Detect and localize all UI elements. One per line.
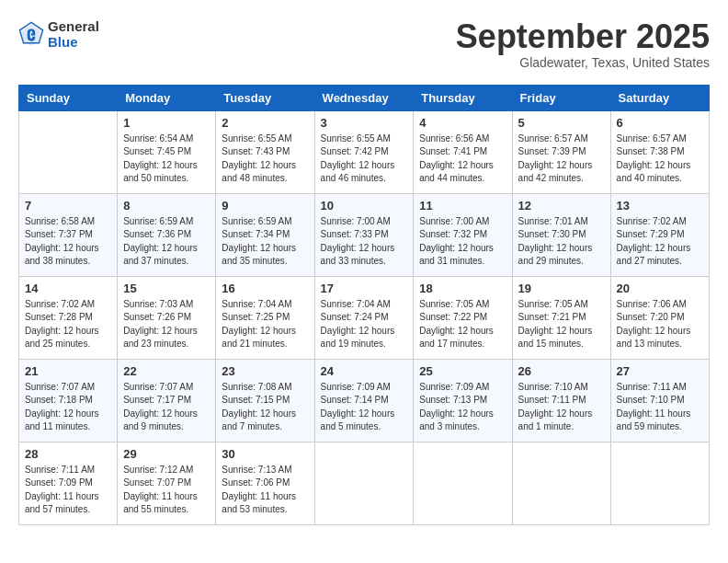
calendar-cell: 19Sunrise: 7:05 AMSunset: 7:21 PMDayligh… [512, 276, 610, 359]
calendar-cell [19, 110, 118, 193]
month-title: September 2025 [456, 18, 710, 55]
day-info: Sunrise: 7:09 AMSunset: 7:13 PMDaylight:… [419, 381, 506, 434]
calendar-cell: 9Sunrise: 6:59 AMSunset: 7:34 PMDaylight… [216, 193, 314, 276]
calendar-cell: 2Sunrise: 6:55 AMSunset: 7:43 PMDaylight… [216, 110, 314, 193]
calendar-table: SundayMondayTuesdayWednesdayThursdayFrid… [18, 85, 710, 525]
day-number: 17 [321, 282, 408, 295]
calendar-cell: 11Sunrise: 7:00 AMSunset: 7:32 PMDayligh… [414, 193, 512, 276]
day-info: Sunrise: 6:59 AMSunset: 7:34 PMDaylight:… [222, 215, 308, 269]
day-info: Sunrise: 7:11 AMSunset: 7:09 PMDaylight:… [25, 464, 111, 517]
day-info: Sunrise: 6:54 AMSunset: 7:45 PMDaylight:… [123, 132, 210, 186]
day-info: Sunrise: 7:05 AMSunset: 7:21 PMDaylight:… [518, 298, 605, 351]
calendar-cell [314, 442, 414, 524]
day-info: Sunrise: 6:59 AMSunset: 7:36 PMDaylight:… [123, 215, 210, 269]
col-header-sunday: Sunday [19, 85, 118, 110]
page-header: General Blue September 2025 Gladewater, … [18, 18, 710, 70]
calendar-cell: 13Sunrise: 7:02 AMSunset: 7:29 PMDayligh… [610, 193, 709, 276]
day-number: 18 [419, 282, 506, 295]
day-number: 7 [25, 199, 111, 213]
day-info: Sunrise: 7:05 AMSunset: 7:22 PMDaylight:… [419, 298, 506, 351]
calendar-cell: 30Sunrise: 7:13 AMSunset: 7:06 PMDayligh… [216, 442, 314, 524]
day-number: 27 [617, 364, 703, 378]
calendar-week-row: 21Sunrise: 7:07 AMSunset: 7:18 PMDayligh… [19, 359, 710, 442]
calendar-cell: 28Sunrise: 7:11 AMSunset: 7:09 PMDayligh… [19, 442, 118, 524]
day-number: 25 [419, 364, 506, 378]
col-header-monday: Monday [118, 85, 216, 110]
day-number: 30 [222, 447, 308, 461]
day-info: Sunrise: 6:57 AMSunset: 7:39 PMDaylight:… [518, 132, 605, 186]
day-number: 19 [518, 282, 605, 295]
day-info: Sunrise: 7:11 AMSunset: 7:10 PMDaylight:… [617, 381, 703, 434]
calendar-cell [610, 442, 709, 524]
logo-general: General [48, 18, 99, 34]
calendar-cell: 12Sunrise: 7:01 AMSunset: 7:30 PMDayligh… [512, 193, 610, 276]
calendar-cell: 8Sunrise: 6:59 AMSunset: 7:36 PMDaylight… [118, 193, 216, 276]
day-info: Sunrise: 6:55 AMSunset: 7:43 PMDaylight:… [222, 132, 308, 186]
calendar-cell: 26Sunrise: 7:10 AMSunset: 7:11 PMDayligh… [512, 359, 610, 442]
day-info: Sunrise: 7:04 AMSunset: 7:25 PMDaylight:… [222, 298, 308, 351]
calendar-cell: 15Sunrise: 7:03 AMSunset: 7:26 PMDayligh… [118, 276, 216, 359]
calendar-cell: 21Sunrise: 7:07 AMSunset: 7:18 PMDayligh… [19, 359, 118, 442]
day-number: 1 [123, 116, 210, 130]
day-number: 10 [321, 199, 408, 213]
day-number: 20 [617, 282, 703, 295]
day-number: 2 [222, 116, 308, 130]
logo-text: General Blue [48, 18, 99, 50]
day-number: 22 [123, 364, 210, 378]
title-block: September 2025 Gladewater, Texas, United… [456, 18, 710, 70]
calendar-cell: 10Sunrise: 7:00 AMSunset: 7:33 PMDayligh… [314, 193, 414, 276]
calendar-week-row: 14Sunrise: 7:02 AMSunset: 7:28 PMDayligh… [19, 276, 710, 359]
col-header-thursday: Thursday [414, 85, 512, 110]
day-number: 28 [25, 447, 111, 461]
calendar-cell: 27Sunrise: 7:11 AMSunset: 7:10 PMDayligh… [610, 359, 709, 442]
calendar-cell: 23Sunrise: 7:08 AMSunset: 7:15 PMDayligh… [216, 359, 314, 442]
day-number: 14 [25, 282, 111, 295]
day-info: Sunrise: 6:57 AMSunset: 7:38 PMDaylight:… [617, 132, 703, 186]
logo-blue: Blue [48, 34, 99, 50]
col-header-friday: Friday [512, 85, 610, 110]
day-number: 16 [222, 282, 308, 295]
day-number: 4 [419, 116, 506, 130]
location: Gladewater, Texas, United States [456, 55, 710, 70]
calendar-week-row: 7Sunrise: 6:58 AMSunset: 7:37 PMDaylight… [19, 193, 710, 276]
day-number: 3 [321, 116, 408, 130]
calendar-cell: 18Sunrise: 7:05 AMSunset: 7:22 PMDayligh… [414, 276, 512, 359]
calendar-cell: 14Sunrise: 7:02 AMSunset: 7:28 PMDayligh… [19, 276, 118, 359]
col-header-saturday: Saturday [610, 85, 709, 110]
day-number: 15 [123, 282, 210, 295]
calendar-cell: 25Sunrise: 7:09 AMSunset: 7:13 PMDayligh… [414, 359, 512, 442]
calendar-cell: 5Sunrise: 6:57 AMSunset: 7:39 PMDaylight… [512, 110, 610, 193]
day-number: 29 [123, 447, 210, 461]
day-info: Sunrise: 7:10 AMSunset: 7:11 PMDaylight:… [518, 381, 605, 434]
day-info: Sunrise: 7:02 AMSunset: 7:28 PMDaylight:… [25, 298, 111, 351]
day-number: 5 [518, 116, 605, 130]
day-number: 23 [222, 364, 308, 378]
calendar-cell [512, 442, 610, 524]
day-number: 12 [518, 199, 605, 213]
day-info: Sunrise: 7:08 AMSunset: 7:15 PMDaylight:… [222, 381, 308, 434]
calendar-cell: 16Sunrise: 7:04 AMSunset: 7:25 PMDayligh… [216, 276, 314, 359]
logo-icon [18, 21, 44, 47]
day-info: Sunrise: 7:09 AMSunset: 7:14 PMDaylight:… [321, 381, 408, 434]
day-info: Sunrise: 7:12 AMSunset: 7:07 PMDaylight:… [123, 464, 210, 517]
day-info: Sunrise: 7:01 AMSunset: 7:30 PMDaylight:… [518, 215, 605, 269]
col-header-tuesday: Tuesday [216, 85, 314, 110]
logo: General Blue [18, 18, 99, 50]
calendar-cell: 29Sunrise: 7:12 AMSunset: 7:07 PMDayligh… [118, 442, 216, 524]
day-number: 24 [321, 364, 408, 378]
calendar-cell: 17Sunrise: 7:04 AMSunset: 7:24 PMDayligh… [314, 276, 414, 359]
calendar-cell: 6Sunrise: 6:57 AMSunset: 7:38 PMDaylight… [610, 110, 709, 193]
col-header-wednesday: Wednesday [314, 85, 414, 110]
day-info: Sunrise: 7:02 AMSunset: 7:29 PMDaylight:… [617, 215, 703, 269]
calendar-cell: 1Sunrise: 6:54 AMSunset: 7:45 PMDaylight… [118, 110, 216, 193]
calendar-week-row: 28Sunrise: 7:11 AMSunset: 7:09 PMDayligh… [19, 442, 710, 524]
day-number: 21 [25, 364, 111, 378]
calendar-cell: 24Sunrise: 7:09 AMSunset: 7:14 PMDayligh… [314, 359, 414, 442]
day-number: 6 [617, 116, 703, 130]
day-info: Sunrise: 7:07 AMSunset: 7:17 PMDaylight:… [123, 381, 210, 434]
calendar-cell: 7Sunrise: 6:58 AMSunset: 7:37 PMDaylight… [19, 193, 118, 276]
day-info: Sunrise: 6:56 AMSunset: 7:41 PMDaylight:… [419, 132, 506, 186]
day-info: Sunrise: 7:04 AMSunset: 7:24 PMDaylight:… [321, 298, 408, 351]
day-number: 13 [617, 199, 703, 213]
day-info: Sunrise: 7:06 AMSunset: 7:20 PMDaylight:… [617, 298, 703, 351]
